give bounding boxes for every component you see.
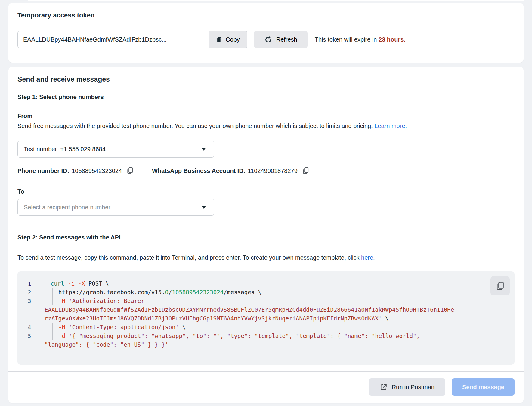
copy-phone-id-icon[interactable] bbox=[126, 167, 134, 175]
step2-description: To send a test message, copy this comman… bbox=[17, 254, 515, 261]
copy-waba-id-icon[interactable] bbox=[302, 167, 310, 175]
to-label: To bbox=[17, 188, 515, 195]
copy-token-button[interactable]: Copy bbox=[209, 31, 247, 48]
learn-more-link[interactable]: Learn more. bbox=[374, 123, 407, 129]
from-description-text: Send free messages with the provided tes… bbox=[17, 123, 374, 129]
footer-divider bbox=[8, 371, 524, 372]
ids-row: Phone number ID: 105889542323024 WhatsAp… bbox=[17, 167, 515, 175]
line-number: 2 bbox=[23, 288, 36, 297]
line-number: 4 bbox=[23, 323, 36, 332]
line-number: 3 bbox=[23, 297, 36, 305]
send-card-title: Send and receive messages bbox=[17, 75, 515, 83]
footer-buttons: Run in Postman Send message bbox=[17, 378, 515, 396]
copy-code-button[interactable] bbox=[490, 276, 510, 295]
code-line-content: -H 'Authorization: Bearer bbox=[52, 297, 144, 305]
temporary-access-token-card: Temporary access token EAALLDUBpy44BAHNf… bbox=[8, 3, 524, 63]
code-line: 1curl -i -X POST \ bbox=[23, 279, 509, 288]
code-line: EAALLDUBpy44BAHNfaeGdmfWfSZAdIFzb1DzbscO… bbox=[23, 305, 509, 314]
line-number bbox=[23, 314, 36, 323]
external-link-icon bbox=[380, 383, 388, 391]
refresh-button-label: Refresh bbox=[276, 36, 297, 43]
token-card-title: Temporary access token bbox=[17, 11, 515, 19]
token-expiry-text: This token will expire in 23 hours. bbox=[315, 36, 405, 43]
send-message-label: Send message bbox=[462, 384, 504, 391]
line-number: 1 bbox=[23, 279, 36, 288]
code-line: 3-H 'Authorization: Bearer bbox=[23, 297, 509, 305]
copy-icon bbox=[495, 281, 505, 291]
chevron-down-icon bbox=[201, 206, 206, 209]
step2-title: Step 2: Send messages with the API bbox=[17, 234, 515, 241]
run-in-postman-label: Run in Postman bbox=[392, 384, 435, 391]
line-number: 5 bbox=[23, 332, 36, 340]
code-line-content: "language": { "code": "en_US" } } }' bbox=[45, 340, 169, 349]
step1-title: Step 1: Select phone numbers bbox=[17, 94, 515, 101]
section-divider bbox=[8, 224, 524, 224]
refresh-icon bbox=[264, 36, 272, 44]
code-line: 5-d '{ "messaging_product": "whatsapp", … bbox=[23, 332, 509, 340]
line-number bbox=[23, 340, 36, 349]
phone-number-id: Phone number ID: 105889542323024 bbox=[17, 167, 134, 175]
curl-command-code-block[interactable]: 1curl -i -X POST \2https://graph.faceboo… bbox=[17, 271, 515, 365]
access-token-value: EAALLDUBpy44BAHNfaeGdmfWfSZAdIFzb1Dzbsc.… bbox=[23, 36, 167, 43]
expiry-prefix: This token will expire in bbox=[315, 36, 379, 43]
copy-button-label: Copy bbox=[226, 36, 240, 43]
waba-id-label: WhatsApp Business Account ID: bbox=[152, 167, 245, 174]
to-select-placeholder: Select a recipient phone number bbox=[24, 204, 110, 211]
to-select[interactable]: Select a recipient phone number bbox=[17, 199, 214, 216]
previous-card-edge bbox=[28, 0, 524, 1]
waba-id-value: 110249001878279 bbox=[248, 167, 297, 174]
code-line: 2https://graph.facebook.com/v15.0/105889… bbox=[23, 288, 509, 297]
step2-description-text: To send a test message, copy this comman… bbox=[17, 254, 361, 261]
from-select[interactable]: Test number: +1 555 029 8684 bbox=[17, 141, 214, 158]
code-line-content: -H 'Content-Type: application/json' \ bbox=[52, 323, 186, 332]
expiry-highlight: 23 hours. bbox=[379, 36, 405, 43]
code-line: "language": { "code": "en_US" } } }' bbox=[23, 340, 509, 349]
code-line: 4-H 'Content-Type: application/json' \ bbox=[23, 323, 509, 332]
run-in-postman-button[interactable]: Run in Postman bbox=[369, 378, 445, 396]
refresh-token-button[interactable]: Refresh bbox=[254, 31, 308, 48]
phone-number-id-label: Phone number ID: bbox=[17, 167, 69, 174]
code-line: rzATgevOsWxe23HoTEJmsJ86VQ7DDNd1ZBj3OPuz… bbox=[23, 314, 509, 323]
from-label: From bbox=[17, 113, 515, 120]
token-row: EAALLDUBpy44BAHNfaeGdmfWfSZAdIFzb1Dzbsc.… bbox=[17, 31, 515, 48]
from-select-value: Test number: +1 555 029 8684 bbox=[24, 146, 106, 153]
send-message-button[interactable]: Send message bbox=[452, 378, 515, 396]
here-link[interactable]: here. bbox=[361, 254, 375, 261]
access-token-field[interactable]: EAALLDUBpy44BAHNfaeGdmfWfSZAdIFzb1Dzbsc.… bbox=[17, 31, 209, 48]
code-lines: 1curl -i -X POST \2https://graph.faceboo… bbox=[23, 279, 509, 349]
chevron-down-icon bbox=[201, 148, 206, 151]
copy-icon bbox=[216, 36, 223, 43]
code-line-content: EAALLDUBpy44BAHNfaeGdmfWfSZAdIFzb1DzbscO… bbox=[45, 305, 454, 314]
line-number bbox=[23, 305, 36, 314]
code-line-content: rzATgevOsWxe23HoTEJmsJ86VQ7DDNd1ZBj3OPuz… bbox=[45, 314, 389, 323]
code-line-content: -d '{ "messaging_product": "whatsapp", "… bbox=[52, 332, 420, 340]
phone-number-id-value: 105889542323024 bbox=[72, 167, 122, 174]
send-receive-messages-card: Send and receive messages Step 1: Select… bbox=[8, 67, 524, 403]
code-line-content: https://graph.facebook.com/v15.0/1058895… bbox=[52, 288, 261, 297]
from-description: Send free messages with the provided tes… bbox=[17, 122, 515, 130]
waba-id: WhatsApp Business Account ID: 1102490018… bbox=[152, 167, 310, 175]
code-line-content: curl -i -X POST \ bbox=[51, 279, 109, 288]
